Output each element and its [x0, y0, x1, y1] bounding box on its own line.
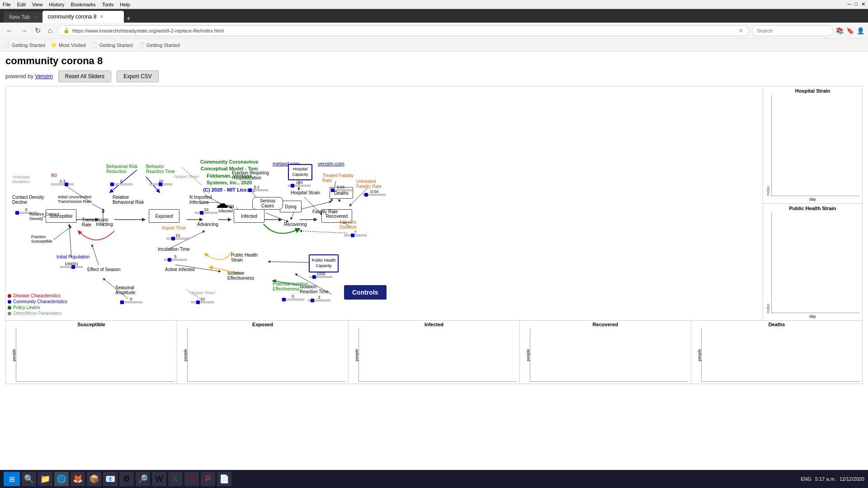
slider-hospital-capacity[interactable]: 100 [288, 180, 311, 187]
slider-isolation-reaction[interactable]: 2 [308, 295, 330, 301]
menu-tools[interactable]: Tools [102, 2, 114, 7]
label-fatality-rate: Fatality Rate [312, 209, 338, 214]
nav-forward-btn[interactable]: → [18, 26, 30, 36]
menu-edit[interactable]: Edit [17, 2, 26, 7]
label-untreated-fatality-rate: UntreatedFatality Rate [356, 179, 382, 189]
svg-line-13 [92, 204, 104, 211]
label-infection-duration-top: <InfectionDuration> [12, 175, 30, 184]
close-icon[interactable]: ✕ [861, 1, 865, 7]
bookmark-icon: 📄 [4, 42, 10, 48]
nav-back-btn[interactable]: ← [4, 26, 15, 36]
diagram-area: Community Coronavirus Conceptual Model -… [5, 86, 763, 321]
address-bar[interactable]: 🔒 https://www.insearchofsteadystate.org/… [57, 25, 749, 36]
pocket-icon[interactable]: 🔖 [846, 27, 854, 34]
slider-behavioral-risk[interactable]: 0 [110, 179, 132, 185]
bookmark-star-icon[interactable]: ☆ [739, 28, 743, 33]
public-health-strain-title: Public Health Strain [765, 206, 860, 211]
label-treated-fatality-rate: Treated FatalityRate [322, 173, 354, 183]
svg-line-31 [268, 262, 313, 263]
reset-sliders-btn[interactable]: Reset All Sliders [58, 70, 111, 82]
tab-new[interactable]: New Tab × [4, 12, 42, 23]
label-effect-of-season: Effect of Season [87, 267, 120, 272]
hospital-strain-chart-area [771, 95, 859, 196]
library-icon[interactable]: 📚 [836, 27, 844, 34]
label-fraction-susceptible: FractionSusceptible [31, 235, 52, 244]
label-isolation-effectiveness: IsolationEffectiveness [227, 271, 254, 281]
label-active-infected: Active Infected [165, 267, 195, 272]
lock-icon: 🔒 [63, 28, 70, 33]
node-public-health-capacity[interactable]: Public HealthCapacity [309, 254, 339, 272]
label-behavioral-risk-reduction: Behavioral RiskReduction [106, 164, 137, 174]
export-csv-btn[interactable]: Export CSV [117, 70, 159, 82]
slider-import-time-bottom[interactable]: 10 [191, 297, 214, 303]
star-icon: ⭐ [51, 42, 57, 48]
bottom-chart-recovered: Recovered people [520, 321, 691, 384]
menu-view[interactable]: View [32, 2, 43, 7]
svg-line-30 [300, 231, 347, 233]
label-public-health-strain: Public HealthStrain [231, 253, 258, 263]
search-input[interactable] [752, 25, 833, 36]
public-health-strain-y-label: Index [766, 213, 770, 314]
hospital-strain-title: Hospital Strain [765, 88, 860, 94]
label-transmission-rate: TransmissionRate [82, 217, 108, 227]
slider-public-health-capacity[interactable]: 1000 [310, 272, 332, 278]
bookmark-getting-started-1[interactable]: 📄 Getting Started [4, 42, 45, 48]
tab-new-close[interactable]: × [33, 14, 37, 20]
bottom-chart-exposed: Exposed people [177, 321, 349, 384]
user-icon[interactable]: 👤 [857, 27, 864, 34]
tab-active[interactable]: community corona 8 × [42, 11, 124, 23]
svg-line-25 [266, 213, 288, 222]
bookmark-most-visited[interactable]: ⭐ Most Visited [51, 42, 86, 48]
legend: Disease Characteristics Community Charac… [8, 293, 67, 317]
vensim-link[interactable]: Vensim [35, 73, 52, 80]
node-dying[interactable]: Dying [280, 201, 302, 212]
bookmark-icon-2: 📄 [91, 42, 98, 48]
node-hospital-capacity[interactable]: HospitalCapacity [288, 164, 312, 180]
powered-by-label: powered by Vensim [5, 73, 53, 80]
node-exposed[interactable]: Exposed [149, 209, 179, 223]
slider-fraction-hosp[interactable]: 0.1 [245, 185, 268, 191]
url-text: https://www.insearchofsteadystate.org/we… [72, 28, 736, 33]
slider-untreated-fatality[interactable]: 0.04 [363, 189, 386, 196]
menu-help[interactable]: Help [120, 2, 130, 7]
menu-history[interactable]: History [49, 2, 64, 7]
label-behavior-reaction-time: BehaviorReaction Time [146, 164, 175, 174]
panel-hospital-strain: Hospital Strain Index day [763, 86, 862, 204]
tab-active-close[interactable]: × [100, 14, 104, 20]
slider-treated-fatality[interactable]: 0.01 [330, 185, 352, 191]
minimize-icon[interactable]: ─ [848, 1, 851, 7]
nav-home-btn[interactable]: ⌂ [46, 26, 55, 36]
label-contact-density-decline: Contact DensityDecline [12, 195, 44, 205]
label-recovering: Recovering [284, 222, 307, 227]
menu-bookmarks[interactable]: Bookmarks [71, 2, 96, 7]
label-import-time-bottom: <Import Time> [189, 291, 216, 295]
controls-btn[interactable]: Controls [344, 285, 387, 300]
slider-r0[interactable]: 3.3 [51, 179, 74, 185]
bottom-chart-deaths: Deaths people [691, 321, 862, 384]
maximize-icon[interactable]: □ [854, 1, 858, 7]
svg-line-14 [53, 226, 71, 240]
slider-potential-isolation[interactable]: 0 [282, 294, 304, 300]
menu-file[interactable]: File [3, 2, 11, 7]
vensim-link-diagram[interactable]: vensim.com [318, 161, 344, 166]
tab-new-label: New Tab [9, 14, 30, 20]
bookmark-getting-started-2[interactable]: 📄 Getting Started [91, 42, 133, 48]
node-serious-cases[interactable]: Serious Cases [252, 197, 283, 210]
bookmark-getting-started-3[interactable]: 📄 Getting Started [138, 42, 180, 48]
label-n-imported: N ImportedInfections [189, 195, 212, 205]
label-seasonal-amplitude: SeasonalAmplitude [115, 285, 135, 295]
slider-import-time-mid[interactable]: 10 [166, 233, 189, 239]
slider-initial-population[interactable]: 100001 [60, 262, 83, 268]
public-health-strain-chart-area [771, 213, 859, 314]
slider-incubation[interactable]: 5 [164, 254, 187, 261]
label-infection-duration-right: InfectionDuration [340, 220, 357, 230]
slider-seasonal-amplitude[interactable]: 0 [120, 297, 142, 303]
slider-n-imported[interactable]: 10 [195, 207, 217, 214]
nav-refresh-btn[interactable]: ↻ [33, 25, 43, 36]
tab-active-label: community corona 8 [48, 14, 97, 20]
slider-infection-duration[interactable]: 7 [344, 230, 367, 236]
tab-add-btn[interactable]: + [127, 14, 131, 23]
slider-behavior-reaction[interactable]: 20 [150, 179, 172, 185]
bottom-chart-susceptible: Susceptible people [6, 321, 177, 384]
page-title: community corona 8 [5, 55, 863, 67]
